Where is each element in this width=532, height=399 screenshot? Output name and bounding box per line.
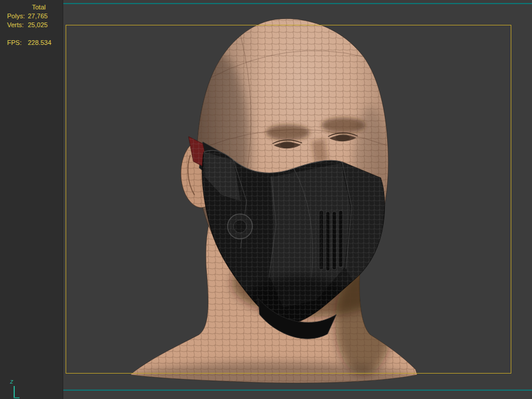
axis-z-line	[14, 386, 15, 398]
stats-total-row: Total	[7, 3, 51, 12]
stats-polys-label: Polys:	[7, 12, 28, 21]
stats-verts-label: Verts:	[7, 21, 28, 30]
app-window: Total Polys: 27,765 Verts: 25,025 FPS: 2…	[0, 0, 532, 399]
stats-fps-row: FPS: 228.534	[7, 38, 51, 47]
axis-x-line	[14, 397, 20, 398]
stats-fps-label: FPS:	[7, 38, 28, 47]
stats-verts-value: 25,025	[28, 21, 48, 30]
stats-total-label: Total	[32, 3, 46, 12]
axis-z-label: z	[10, 378, 14, 385]
stats-polys-row: Polys: 27,765	[7, 12, 51, 21]
viewport-bottom-edge	[63, 390, 532, 391]
viewport[interactable]	[63, 0, 532, 399]
stats-polys-value: 27,765	[28, 12, 48, 21]
model-head-render	[63, 0, 532, 399]
stats-verts-row: Verts: 25,025	[7, 21, 51, 30]
axis-gizmo: z	[8, 379, 27, 399]
statistics-overlay: Total Polys: 27,765 Verts: 25,025 FPS: 2…	[7, 3, 51, 47]
stats-fps-value: 228.534	[28, 38, 51, 47]
left-panel: Total Polys: 27,765 Verts: 25,025 FPS: 2…	[0, 0, 63, 399]
